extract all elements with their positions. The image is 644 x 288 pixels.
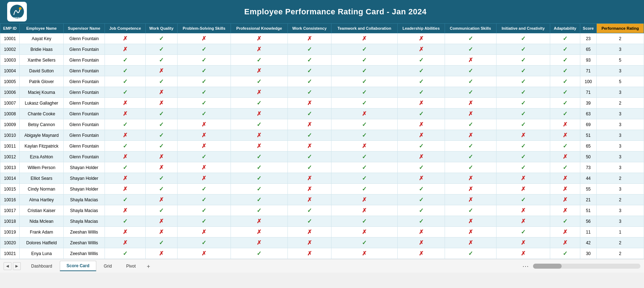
table-cell: Nida Mclean — [20, 216, 63, 227]
table-cell: ✗ — [397, 237, 445, 248]
table-cell: ✓ — [145, 237, 177, 248]
table-cell: Glenn Fountain — [63, 44, 105, 55]
table-cell: ✓ — [177, 109, 231, 119]
tab-add-button[interactable]: + — [143, 262, 154, 271]
table-cell: ✓ — [550, 55, 580, 66]
table-cell: Aayat Key — [20, 33, 63, 44]
table-cell: ✗ — [145, 152, 177, 162]
table-cell: ✗ — [145, 195, 177, 205]
table-cell: ✗ — [445, 55, 496, 66]
table-cell: ✗ — [231, 87, 287, 98]
table-cell: ✓ — [105, 76, 146, 87]
tab-grid[interactable]: Grid — [97, 261, 119, 271]
table-cell: ✓ — [231, 162, 287, 173]
table-cell: ✓ — [177, 195, 231, 205]
scrollbar-thumb[interactable] — [533, 264, 562, 269]
table-cell: ✓ — [177, 98, 231, 109]
table-cell: ✓ — [177, 184, 231, 195]
table-cell: 10005 — [0, 76, 20, 87]
table-cell: ✓ — [177, 152, 231, 162]
table-row: 10011Kaylan FitzpatrickGlenn Fountain✓✓✗… — [0, 141, 644, 152]
table-cell: Elliot Sears — [20, 173, 63, 184]
table-cell: ✗ — [397, 33, 445, 44]
table-cell: ✗ — [445, 227, 496, 237]
table-cell: ✗ — [496, 130, 550, 141]
table-cell: ✗ — [445, 173, 496, 184]
table-row: 10017Cristian KaiserShayla Macias✗✓✓✓✓✗✓… — [0, 205, 644, 216]
tab-pivot[interactable]: Pivot — [119, 261, 142, 271]
table-cell: ✓ — [145, 55, 177, 66]
table-cell: ✓ — [105, 55, 146, 66]
table-cell: ✓ — [397, 184, 445, 195]
nav-arrows: ◀ ▶ — [4, 262, 21, 270]
scrollbar-track — [533, 264, 640, 269]
col-adaptability: Adaptability — [550, 24, 580, 33]
table-cell: David Sutton — [20, 66, 63, 76]
logo-icon: KWERY — [9, 4, 25, 20]
table-cell: ✓ — [496, 76, 550, 87]
table-cell: ✓ — [288, 205, 331, 216]
table-cell: ✗ — [397, 119, 445, 130]
table-cell: ✓ — [496, 55, 550, 66]
table-cell: Glenn Fountain — [63, 76, 105, 87]
table-cell: ✓ — [397, 55, 445, 66]
table-cell: 10001 — [0, 33, 20, 44]
svg-text:KWERY: KWERY — [11, 16, 21, 20]
table-cell: ✗ — [231, 66, 287, 76]
table-cell: ✗ — [105, 227, 146, 237]
table-cell: ✗ — [288, 195, 331, 205]
table-cell: ✗ — [145, 87, 177, 98]
table-cell: ✗ — [105, 184, 146, 195]
table-cell: Chante Cooke — [20, 109, 63, 119]
table-cell: Lukasz Gallagher — [20, 98, 63, 109]
nav-prev-button[interactable]: ◀ — [4, 262, 11, 270]
table-cell: ✓ — [550, 141, 580, 152]
table-cell: ✗ — [231, 109, 287, 119]
table-cell: ✓ — [177, 66, 231, 76]
table-cell: 71 — [580, 66, 596, 76]
table-cell: ✗ — [397, 248, 445, 259]
table-cell: 10007 — [0, 98, 20, 109]
table-cell: ✓ — [331, 98, 397, 109]
table-cell: ✓ — [496, 109, 550, 119]
table-cell: ✓ — [177, 216, 231, 227]
table-cell: ✓ — [496, 87, 550, 98]
table-cell: ✓ — [445, 141, 496, 152]
table-cell: ✗ — [145, 162, 177, 173]
table-cell: ✗ — [397, 130, 445, 141]
table-cell: ✗ — [231, 216, 287, 227]
table-cell: Bridie Haas — [20, 44, 63, 55]
table-cell: ✗ — [331, 248, 397, 259]
table-cell: ✗ — [231, 44, 287, 55]
table-cell: 10008 — [0, 109, 20, 119]
table-cell: ✓ — [550, 66, 580, 76]
table-cell: Maciej Kouma — [20, 87, 63, 98]
table-cell: 10002 — [0, 44, 20, 55]
table-cell: ✓ — [331, 76, 397, 87]
table-cell: ✗ — [105, 98, 146, 109]
tab-dashboard[interactable]: Dashboard — [24, 261, 59, 271]
tab-score-card[interactable]: Score Card — [60, 261, 96, 271]
table-cell: ✗ — [231, 130, 287, 141]
nav-next-button[interactable]: ▶ — [13, 262, 21, 270]
table-cell: 10021 — [0, 248, 20, 259]
table-cell: ✓ — [331, 119, 397, 130]
table-cell: ✗ — [288, 248, 331, 259]
table-cell: Patrik Glover — [20, 76, 63, 87]
table-cell: Glenn Fountain — [63, 141, 105, 152]
table-cell: 39 — [580, 98, 596, 109]
table-cell: 51 — [580, 205, 596, 216]
col-professional-knowledge: Professional Knowledge — [231, 24, 287, 33]
table-cell: 3 — [596, 44, 644, 55]
table-cell: ✗ — [177, 130, 231, 141]
table-cell: Enya Luna — [20, 248, 63, 259]
table-row: 10010Abigayle MaynardGlenn Fountain✗✓✗✗✓… — [0, 130, 644, 141]
table-cell: ✓ — [331, 184, 397, 195]
table-cell: ✓ — [145, 205, 177, 216]
more-options-button[interactable]: ⋯ — [522, 262, 529, 270]
col-initiative: Initiative and Creativity — [496, 24, 550, 33]
table-cell: ✓ — [288, 162, 331, 173]
table-cell: 10016 — [0, 195, 20, 205]
table-cell: ✓ — [231, 98, 287, 109]
table-cell: 23 — [580, 33, 596, 44]
